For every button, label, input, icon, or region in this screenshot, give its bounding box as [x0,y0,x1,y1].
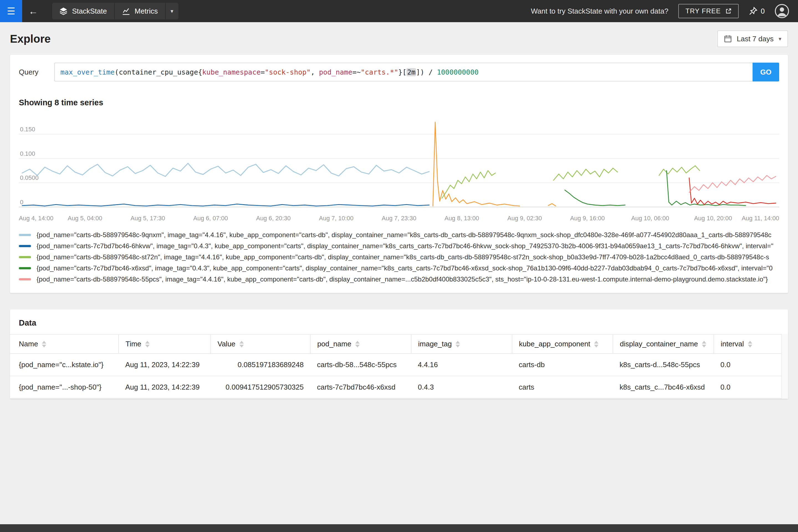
x-axis-label: Aug 10, 06:00 [631,215,669,222]
hamburger-icon: ☰ [7,5,15,17]
back-button[interactable]: ← [22,0,44,22]
try-free-label: TRY FREE [685,7,721,15]
legend-item[interactable]: {pod_name="carts-db-588979548c-9qnxm", i… [19,230,779,240]
legend-swatch [19,234,31,236]
pin-count-badge: 0 [761,7,765,16]
column-header-label: image_tag [418,340,452,348]
series-line [22,163,429,176]
go-button[interactable]: GO [753,63,779,81]
sort-icon[interactable] [42,341,46,347]
table-cell: 0.0 [714,376,788,398]
column-header-value[interactable]: Value [211,335,310,354]
sort-icon[interactable] [355,341,360,347]
hamburger-menu-button[interactable]: ☰ [0,0,22,22]
x-axis-label: Aug 9, 16:00 [570,215,605,222]
time-range-button[interactable]: Last 7 days ▾ [717,31,788,47]
pinned-items-button[interactable]: 0 [749,7,765,16]
top-navigation-bar: ☰ ← StackState Metrics ▾ Want to t [0,0,798,22]
table-row[interactable]: {pod_name="...-shop-50"}Aug 11, 2023, 14… [10,376,788,398]
external-link-icon [725,8,732,14]
sort-icon[interactable] [145,341,150,347]
chevron-down-icon: ▾ [779,36,781,42]
breadcrumb-metrics-label: Metrics [135,7,158,16]
column-header-label: kube_app_component [519,340,590,348]
query-token: , [310,68,319,76]
breadcrumb: StackState Metrics ▾ [52,3,178,19]
table-cell: k8s_carts-d...548c-55pcs [613,354,714,376]
query-token: { [198,68,202,76]
sort-icon[interactable] [240,341,244,347]
legend-item[interactable]: {pod_name="carts-db-588979548c-55pcs", i… [19,274,779,284]
x-axis-label: Aug 10, 20:00 [694,215,732,222]
query-input[interactable]: max_over_time(container_cpu_usage{kube_n… [54,63,753,81]
breadcrumb-stackstate-label: StackState [72,7,107,16]
sort-icon[interactable] [702,341,706,347]
x-axis-label: Aug 7, 10:00 [319,215,354,222]
table-cell: 0.4.3 [411,376,512,398]
table-cell: {pod_name="...-shop-50"} [10,376,119,398]
x-axis-label: Aug 6, 07:00 [193,215,228,222]
time-series-chart[interactable]: 0.1500.1000.05000Aug 4, 14:00Aug 5, 04:0… [19,113,779,223]
column-header-image-tag[interactable]: image_tag [411,335,512,354]
sort-icon[interactable] [748,341,752,347]
page-header: Explore Last 7 days ▾ [0,22,798,55]
bottom-bar [0,524,798,532]
column-header-label: Time [126,340,141,348]
series-line [689,175,776,192]
breadcrumb-dropdown-button[interactable]: ▾ [166,3,178,19]
table-cell: carts-7c7bd7bc46-x6xsd [310,376,411,398]
column-header-display-container-name[interactable]: display_container_name [613,335,714,354]
query-token: pod_name [319,68,352,76]
series-line [554,168,618,180]
legend-swatch [19,256,31,258]
user-avatar[interactable] [775,4,789,18]
x-axis-label: Aug 11, 14:00 [742,215,779,222]
breadcrumb-stackstate[interactable]: StackState [52,3,115,19]
table-cell: Aug 11, 2023, 14:22:39 [119,354,211,376]
query-token: / [424,68,437,76]
legend-label: {pod_name="carts-7c7bd7bc46-6hkvw", imag… [37,242,773,250]
data-table: NameTimeValuepod_nameimage_tagkube_app_c… [10,334,788,399]
query-token: "sock-shop" [265,68,311,76]
table-cell: 0.0 [714,354,788,376]
table-row[interactable]: {pod_name="c...kstate.io"}Aug 11, 2023, … [10,354,788,376]
topbar-right-section: Want to try StackState with your own dat… [531,4,798,18]
legend-label: {pod_name="carts-db-588979548c-9qnxm", i… [37,231,772,239]
query-token: container_cpu_usage [119,68,198,76]
app-window: ☰ ← StackState Metrics ▾ Want to t [0,0,798,532]
table-cell: 0.085197183689248 [211,354,310,376]
page-title: Explore [10,33,51,45]
x-axis-label: Aug 7, 23:30 [382,215,416,222]
x-axis-label: Aug 8, 13:00 [444,215,479,222]
column-header-name[interactable]: Name [10,335,119,354]
breadcrumb-metrics[interactable]: Metrics [115,3,166,19]
y-axis-label: 0.100 [20,150,35,157]
table-cell: 4.4.16 [411,354,512,376]
query-token: 2m [406,68,416,76]
query-token: =~ [353,68,361,76]
legend-item[interactable]: {pod_name="carts-db-588979548c-st72n", i… [19,252,779,262]
column-header-time[interactable]: Time [119,335,211,354]
sort-icon[interactable] [594,341,598,347]
pin-icon [749,7,758,16]
table-scrollbar[interactable] [781,334,788,399]
column-header-pod-name[interactable]: pod_name [310,335,411,354]
x-axis-label: Aug 4, 14:00 [19,215,54,222]
query-token: max_over_time [60,68,115,76]
chart-legend: {pod_name="carts-db-588979548c-9qnxm", i… [10,225,788,293]
chart-heading: Showing 8 time series [10,87,788,113]
column-header-label: interval [721,340,744,348]
table-cell: carts-db-58...548c-55pcs [310,354,411,376]
column-header-kube-app-component[interactable]: kube_app_component [512,335,613,354]
legend-item[interactable]: {pod_name="carts-7c7bd7bc46-x6xsd", imag… [19,264,779,273]
series-line [667,171,746,206]
y-axis-label: 0.150 [20,126,35,133]
x-axis-label: Aug 6, 20:30 [256,215,291,222]
legend-item[interactable]: {pod_name="carts-7c7bd7bc46-6hkvw", imag… [19,241,779,251]
legend-label: {pod_name="carts-db-588979548c-55pcs", i… [37,276,768,283]
series-line [565,190,625,206]
sort-icon[interactable] [456,341,460,347]
try-free-button[interactable]: TRY FREE [678,4,738,18]
column-header-interval[interactable]: interval [714,335,788,354]
query-token: ) [420,68,424,76]
